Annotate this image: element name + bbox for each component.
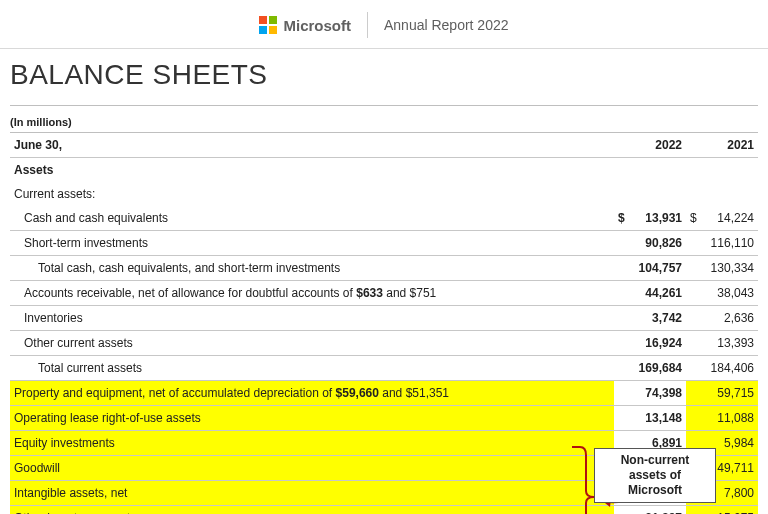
- value-2022: 13,148: [626, 406, 686, 431]
- table-row: Inventories 3,742 2,636: [10, 306, 758, 331]
- column-header-2022: 2022: [626, 133, 686, 158]
- row-label: Equity investments: [10, 431, 614, 456]
- annotation-callout: Non-current assets of Microsoft: [594, 448, 716, 503]
- table-row: Short-term investments 90,826 116,110: [10, 231, 758, 256]
- page-header: Microsoft Annual Report 2022: [0, 0, 768, 44]
- row-label-bold: $633: [356, 286, 383, 300]
- current-assets-heading: Current assets:: [10, 182, 758, 206]
- currency-symbol: $: [614, 206, 626, 231]
- table-row-date: June 30, 2022 2021: [10, 133, 758, 158]
- row-label-text: Property and equipment, net of accumulat…: [14, 386, 336, 400]
- row-label: Other current assets: [10, 331, 614, 356]
- value-2022: 13,931: [626, 206, 686, 231]
- row-label: Accounts receivable, net of allowance fo…: [10, 281, 614, 306]
- value-2021: 130,334: [698, 256, 758, 281]
- brand-name: Microsoft: [283, 17, 351, 34]
- currency-symbol: $: [686, 206, 698, 231]
- header-rule: [0, 48, 768, 49]
- microsoft-logo-icon: [259, 16, 277, 34]
- table-row-subtotal: Total current assets 169,684 184,406: [10, 356, 758, 381]
- row-label-bold: $59,660: [336, 386, 379, 400]
- unit-note: (In millions): [10, 116, 758, 128]
- row-label: Total cash, cash equivalents, and short-…: [10, 256, 614, 281]
- row-label: Operating lease right-of-use assets: [10, 406, 614, 431]
- table-row: Other current assets 16,924 13,393: [10, 331, 758, 356]
- row-label-text: and $751: [383, 286, 436, 300]
- value-2022: 74,398: [626, 381, 686, 406]
- value-2022: 169,684: [626, 356, 686, 381]
- date-label: June 30,: [10, 133, 614, 158]
- column-header-2021: 2021: [698, 133, 758, 158]
- row-label: Total current assets: [10, 356, 614, 381]
- title-rule: [10, 105, 758, 106]
- value-2021: 59,715: [698, 381, 758, 406]
- row-label: Inventories: [10, 306, 614, 331]
- value-2021: 116,110: [698, 231, 758, 256]
- table-row: Accounts receivable, net of allowance fo…: [10, 281, 758, 306]
- row-label: Other long-term assets: [10, 506, 614, 515]
- table-row: Cash and cash equivalents $ 13,931 $ 14,…: [10, 206, 758, 231]
- table-row-highlighted: Operating lease right-of-use assets 13,1…: [10, 406, 758, 431]
- value-2022: 44,261: [626, 281, 686, 306]
- assets-heading: Assets: [10, 158, 758, 183]
- value-2022: 90,826: [626, 231, 686, 256]
- row-label: Intangible assets, net: [10, 481, 614, 506]
- value-2022: 21,897: [626, 506, 686, 515]
- value-2021: 184,406: [698, 356, 758, 381]
- value-2021: 2,636: [698, 306, 758, 331]
- row-label: Goodwill: [10, 456, 614, 481]
- value-2022: 104,757: [626, 256, 686, 281]
- header-divider: [367, 12, 368, 38]
- value-2021: 13,393: [698, 331, 758, 356]
- row-label: Short-term investments: [10, 231, 614, 256]
- value-2021: 15,075: [698, 506, 758, 515]
- value-2021: 14,224: [698, 206, 758, 231]
- table-row-assets-heading: Assets: [10, 158, 758, 183]
- row-label-text: and $51,351: [379, 386, 449, 400]
- table-row-highlighted: Property and equipment, net of accumulat…: [10, 381, 758, 406]
- row-label: Property and equipment, net of accumulat…: [10, 381, 614, 406]
- row-label: Cash and cash equivalents: [10, 206, 614, 231]
- table-row-current-assets-heading: Current assets:: [10, 182, 758, 206]
- page-title: BALANCE SHEETS: [10, 59, 758, 91]
- table-row-highlighted: Other long-term assets 21,897 15,075: [10, 506, 758, 515]
- report-title: Annual Report 2022: [384, 17, 509, 33]
- value-2021: 38,043: [698, 281, 758, 306]
- value-2022: 3,742: [626, 306, 686, 331]
- row-label-text: Accounts receivable, net of allowance fo…: [24, 286, 356, 300]
- value-2021: 11,088: [698, 406, 758, 431]
- table-row-subtotal: Total cash, cash equivalents, and short-…: [10, 256, 758, 281]
- value-2022: 16,924: [626, 331, 686, 356]
